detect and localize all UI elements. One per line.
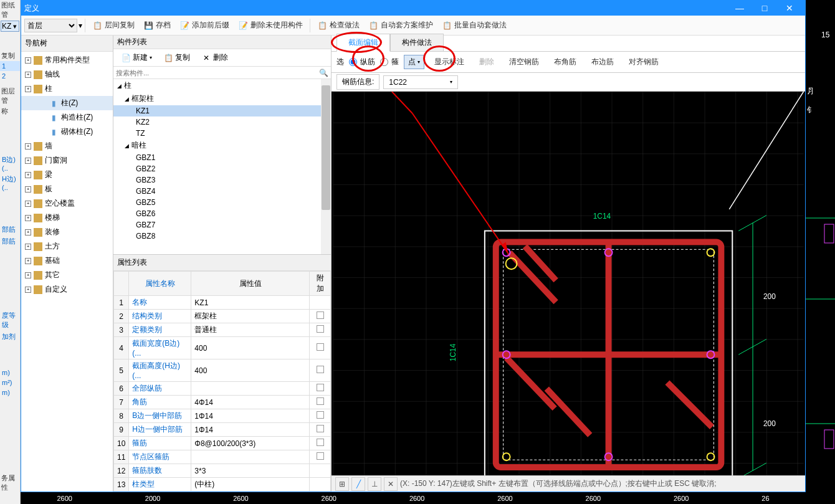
expand-icon[interactable]: + [25,143,31,150]
comp-item-4[interactable]: TZ [113,128,331,139]
comp-item-8[interactable]: GBZ3 [113,174,331,186]
checkbox[interactable] [317,425,324,432]
copy-button[interactable]: 📋复制 [160,51,194,64]
expand-icon[interactable]: + [25,287,31,293]
expand-icon[interactable]: + [25,258,31,264]
tb-batch[interactable]: 📋批量自动套做法 [437,18,511,32]
nav-item-13[interactable]: +自定义 [21,282,113,297]
nav-item-6[interactable]: +板 [21,182,113,196]
maximize-button[interactable]: □ [752,1,777,16]
tb-check[interactable]: 📋检查做法 [313,18,364,32]
cross-icon[interactable]: ✕ [384,477,398,491]
expand-icon[interactable]: + [25,158,31,164]
comp-item-3[interactable]: KZ2 [113,116,331,128]
checkbox[interactable] [317,325,324,333]
nav-sub-0[interactable]: ▮柱(Z) [21,96,113,110]
checkbox[interactable] [317,439,324,446]
scrollbar[interactable] [321,79,331,254]
kz-btn[interactable]: KZ ▾ [1,21,19,32]
nav-item-7[interactable]: +空心楼盖 [21,196,113,211]
tb-prefix[interactable]: 📝添加前后缀 [175,18,234,32]
radio-stir[interactable] [380,58,388,66]
prop-row[interactable]: 10箍筋Φ8@100/200(3*3) [114,437,331,450]
line-icon[interactable]: ╱ [351,477,365,491]
tb-copy-floor[interactable]: 📋层间复制 [88,18,139,32]
checkbox[interactable] [317,343,324,351]
grid-icon[interactable]: ⊞ [335,477,349,491]
nav-item-8[interactable]: +楼梯 [21,211,113,225]
search-input[interactable] [116,69,319,77]
expand-icon[interactable]: + [25,272,31,278]
tab-layer[interactable]: 图层管 [0,86,20,106]
expand-icon[interactable]: + [25,244,31,250]
prop-row[interactable]: 8B边一侧中部筋1Φ14 [114,409,331,423]
prop-row[interactable]: 11节点区箍筋 [114,450,331,464]
nav-item-11[interactable]: +基础 [21,254,113,268]
rebar-info-select[interactable]: 1C22▾ [383,75,458,89]
comp-item-5[interactable]: ◢ 暗柱 [113,139,331,152]
nav-item-12[interactable]: +其它 [21,268,113,282]
anno-button[interactable]: 显示标注 [429,54,469,70]
comp-item-12[interactable]: GBZ7 [113,219,331,231]
checkbox[interactable] [317,452,324,460]
checkbox[interactable] [317,384,324,391]
tab-section[interactable]: 截面编辑 [336,34,390,52]
expand-icon[interactable]: + [25,86,31,92]
expand-icon[interactable]: + [25,172,31,178]
nav-item-9[interactable]: +装修 [21,225,113,239]
nav-item-0[interactable]: +常用构件类型 [21,53,113,67]
tb-auto-scheme[interactable]: 📋自动套方案维护 [364,18,437,32]
tab-pic[interactable]: 图纸管 [0,0,20,20]
nav-item-2[interactable]: +柱 [21,82,113,96]
comp-item-10[interactable]: GBZ5 [113,197,331,208]
checkbox[interactable] [317,366,324,373]
floor-select[interactable]: 首层 [24,19,77,32]
comp-item-13[interactable]: GBZ8 [113,231,331,242]
prop-row[interactable]: 9H边一侧中部筋1Φ14 [114,423,331,437]
expand-icon[interactable]: + [25,201,31,207]
expand-icon[interactable]: + [25,72,31,78]
new-button[interactable]: 📄新建 ▾ [117,51,156,64]
prop-row[interactable]: 1名称KZ1 [114,296,331,310]
clear-button[interactable]: 清空钢筋 [504,54,544,70]
checkbox[interactable] [317,311,324,319]
comp-item-7[interactable]: GBZ2 [113,163,331,174]
comp-item-1[interactable]: ◢ 框架柱 [113,92,331,105]
perp-icon[interactable]: ⊥ [368,477,381,491]
del-button[interactable]: 删除 [474,54,499,70]
nav-item-4[interactable]: +门窗洞 [21,153,113,168]
close-button[interactable]: ✕ [777,1,802,16]
ls-item-1[interactable]: 1 [0,61,20,71]
comp-item-2[interactable]: KZ1 [113,105,331,116]
corner-button[interactable]: 布角筋 [549,54,581,70]
side-button[interactable]: 布边筋 [586,54,619,70]
drawing-canvas[interactable]: 1C14 1C14 200 200 [332,92,805,475]
nav-item-3[interactable]: +墙 [21,139,113,153]
tab-method[interactable]: 构件做法 [390,34,444,51]
nav-sub-2[interactable]: ▮砌体柱(Z) [21,125,113,139]
prop-row[interactable]: 2结构类别框架柱 [114,310,331,323]
expand-icon[interactable]: + [25,57,31,64]
ls-item-2[interactable]: 2 [0,71,20,81]
comp-item-11[interactable]: GBZ6 [113,208,331,219]
expand-icon[interactable]: + [25,186,31,193]
tb-archive[interactable]: 💾存档 [139,18,175,32]
tab-copy[interactable]: 复制 [0,50,20,61]
minimize-button[interactable]: — [727,1,752,16]
nav-item-1[interactable]: +轴线 [21,67,113,82]
delete-button[interactable]: ✕删除 [198,51,232,64]
expand-icon[interactable]: + [25,215,31,221]
scroll-thumb[interactable] [322,85,330,210]
prop-row[interactable]: 12箍筋肢数3*3 [114,464,331,478]
checkbox[interactable] [317,397,324,405]
nav-item-10[interactable]: +土方 [21,239,113,254]
align-button[interactable]: 对齐钢筋 [624,54,664,70]
prop-row[interactable]: 7角筋4Φ14 [114,396,331,409]
expand-icon[interactable]: + [25,229,31,235]
prop-row[interactable]: 6全部纵筋 [114,382,331,396]
tb-delete-unused[interactable]: 📝删除未使用构件 [234,18,307,32]
point-button[interactable]: 点 ▾ [404,55,424,69]
radio-longit[interactable] [349,58,357,66]
prop-row[interactable]: 13柱类型(中柱) [114,478,331,492]
comp-item-6[interactable]: GBZ1 [113,152,331,163]
